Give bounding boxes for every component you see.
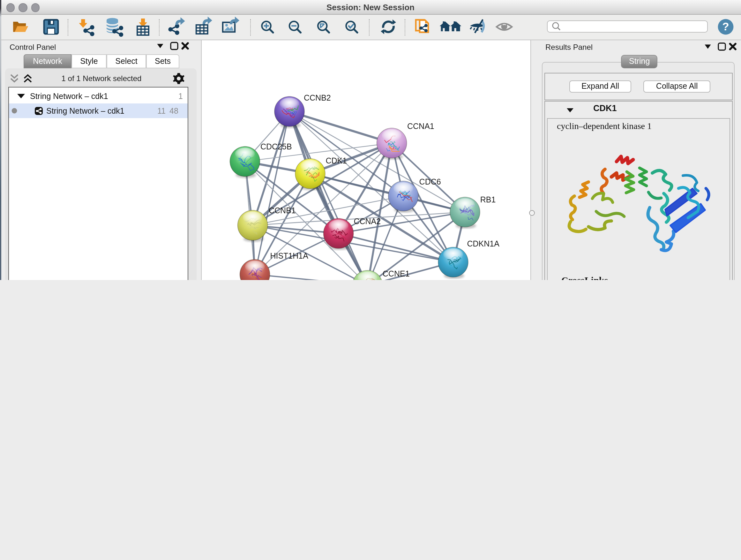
- svg-text:CDKN1A: CDKN1A: [467, 239, 499, 248]
- svg-text:CCNA2: CCNA2: [353, 217, 381, 226]
- svg-text:CCNA1: CCNA1: [407, 122, 434, 131]
- svg-text:CDC25B: CDC25B: [260, 142, 292, 151]
- svg-text:RB1: RB1: [480, 195, 495, 204]
- svg-text:CCNE1: CCNE1: [382, 269, 409, 278]
- svg-text:CCNB2: CCNB2: [304, 93, 331, 102]
- svg-text:?: ?: [722, 20, 729, 32]
- svg-text:HIST1H1A: HIST1H1A: [270, 251, 308, 260]
- svg-text:CDK1: CDK1: [325, 156, 347, 165]
- svg-text:CDC6: CDC6: [419, 177, 441, 186]
- svg-text:CCNB1: CCNB1: [268, 206, 295, 215]
